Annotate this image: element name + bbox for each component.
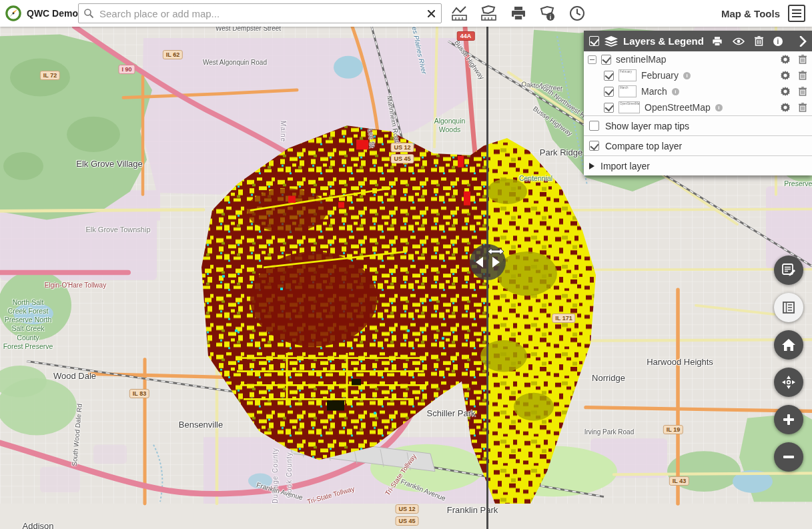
- document-button[interactable]: [774, 293, 803, 322]
- slider-right-arrow-icon: [492, 257, 500, 268]
- layer-label[interactable]: OpenStreetMap: [645, 102, 711, 113]
- layers-panel-header: Layers & Legend i: [584, 31, 812, 51]
- plus-icon: [782, 413, 795, 426]
- layer-settings-gear-icon[interactable]: [781, 55, 790, 64]
- app-title: QWC Demo: [27, 8, 78, 19]
- qwc-compass-icon: [5, 5, 21, 22]
- svg-text:i: i: [777, 37, 779, 45]
- minus-icon: [782, 450, 795, 464]
- locate-crosshair-icon: [781, 374, 797, 390]
- search-icon: [79, 8, 97, 19]
- legend-thumbnail: OpenStreetMap: [619, 101, 640, 113]
- layer-settings-gear-icon[interactable]: [781, 87, 790, 96]
- locate-button[interactable]: [774, 368, 803, 397]
- layer-info-icon[interactable]: i: [672, 88, 679, 95]
- search-input[interactable]: [97, 8, 422, 19]
- visibility-eye-icon[interactable]: [733, 37, 745, 45]
- identify-icon[interactable]: i: [538, 3, 558, 23]
- home-button[interactable]: [774, 330, 803, 360]
- layer-checkbox[interactable]: [604, 87, 614, 97]
- zoom-in-button[interactable]: [774, 405, 803, 434]
- search-box: [78, 3, 442, 23]
- import-layer-row[interactable]: Import layer: [584, 156, 812, 175]
- map-notes-button[interactable]: [774, 255, 803, 285]
- layer-row-openstreetmap[interactable]: OpenStreetMap OpenStreetMap i: [584, 99, 812, 115]
- option-show-map-tips[interactable]: Show layer map tips: [584, 116, 812, 135]
- layer-info-icon[interactable]: i: [715, 104, 723, 111]
- print-legend-icon[interactable]: [712, 36, 723, 47]
- app-logo[interactable]: QWC Demo: [0, 5, 78, 22]
- print-icon[interactable]: [508, 3, 528, 23]
- panel-master-checkbox[interactable]: [589, 36, 599, 46]
- menu-button[interactable]: [788, 5, 805, 22]
- layer-checkbox[interactable]: [604, 71, 614, 81]
- layer-trash-icon[interactable]: [799, 71, 807, 80]
- map-tools-label: Map & Tools: [721, 8, 780, 19]
- legend-thumbnail: March: [619, 85, 637, 97]
- svg-text:i: i: [550, 14, 552, 21]
- option-compare-top-layer[interactable]: Compare top layer: [584, 136, 812, 155]
- time-icon[interactable]: [567, 3, 587, 23]
- zoom-out-button[interactable]: [774, 442, 803, 472]
- layer-settings-gear-icon[interactable]: [781, 103, 790, 112]
- drag-cursor-icon: [487, 247, 504, 256]
- compare-checkbox[interactable]: [589, 141, 599, 151]
- layer-label[interactable]: February: [641, 70, 679, 81]
- panel-info-icon[interactable]: i: [773, 37, 783, 46]
- edit-note-icon: [781, 263, 796, 278]
- layer-settings-gear-icon[interactable]: [781, 71, 790, 80]
- legend-thumbnail: February: [619, 69, 637, 81]
- layers-stack-icon: [604, 36, 618, 47]
- maptips-checkbox[interactable]: [589, 121, 599, 131]
- home-icon: [781, 338, 796, 352]
- slider-left-arrow-icon: [476, 257, 483, 268]
- layer-label[interactable]: sentinelMap: [616, 54, 667, 65]
- document-list-icon: [781, 300, 796, 315]
- layer-row-february[interactable]: February February i: [584, 67, 812, 83]
- layer-trash-icon[interactable]: [799, 87, 807, 96]
- layer-checkbox[interactable]: [604, 103, 614, 113]
- layer-checkbox[interactable]: [601, 55, 611, 65]
- delete-all-trash-icon[interactable]: [755, 36, 763, 46]
- measure-line-icon[interactable]: [450, 3, 470, 23]
- topbar: QWC Demo i Map & Tools: [0, 0, 812, 27]
- layer-label[interactable]: March: [641, 86, 667, 97]
- panel-title: Layers & Legend: [623, 35, 704, 47]
- layer-info-icon[interactable]: i: [683, 72, 691, 79]
- compare-label: Compare top layer: [605, 141, 682, 151]
- layer-trash-icon[interactable]: [799, 55, 807, 64]
- maptips-label: Show layer map tips: [605, 121, 689, 131]
- layer-row-sentinelmap[interactable]: sentinelMap: [584, 51, 812, 67]
- layer-row-march[interactable]: March March i: [584, 83, 812, 99]
- collapse-panel-chevron-icon[interactable]: [799, 36, 807, 47]
- group-collapse-icon[interactable]: [588, 55, 596, 64]
- layers-panel: Layers & Legend i sentinelMap February F…: [584, 31, 812, 175]
- layer-trash-icon[interactable]: [799, 103, 807, 112]
- search-clear-icon[interactable]: [422, 10, 441, 17]
- measure-area-icon[interactable]: [479, 3, 499, 23]
- toolbar: i: [450, 3, 587, 23]
- compare-slider-handle[interactable]: [470, 244, 506, 280]
- expand-arrow-icon: [589, 163, 594, 169]
- import-layer-label: Import layer: [600, 161, 650, 171]
